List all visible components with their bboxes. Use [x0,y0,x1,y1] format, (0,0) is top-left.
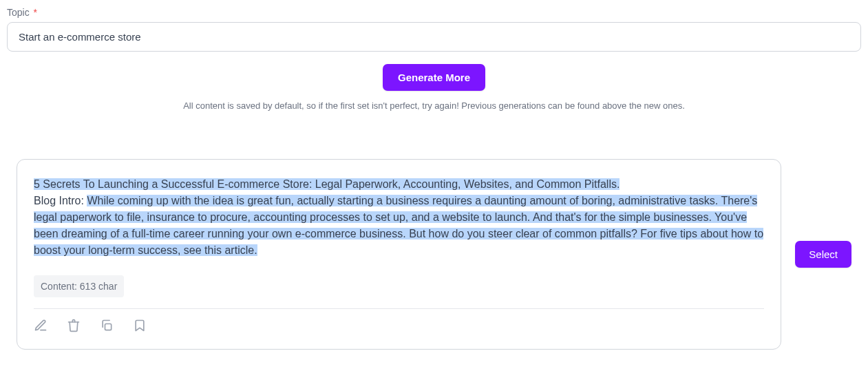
required-asterisk: * [34,7,37,18]
svg-rect-0 [105,324,112,330]
topic-label-text: Topic [7,7,30,18]
result-title: 5 Secrets To Launching a Successful E-co… [34,178,620,190]
select-button[interactable]: Select [795,241,851,268]
result-card: 5 Secrets To Launching a Successful E-co… [17,159,781,350]
topic-label: Topic * [7,7,861,18]
edit-icon[interactable] [34,319,47,332]
result-intro-body: While coming up with the idea is great f… [34,195,763,256]
helper-text: All content is saved by default, so if t… [7,100,861,111]
char-count-badge: Content: 613 char [34,275,124,297]
trash-icon[interactable] [67,319,81,332]
result-content[interactable]: 5 Secrets To Launching a Successful E-co… [34,176,764,259]
result-intro-label: Blog Intro: [34,195,87,206]
generate-more-button[interactable]: Generate More [383,64,485,91]
bookmark-icon[interactable] [133,319,147,332]
card-actions [34,308,764,332]
copy-icon[interactable] [100,319,114,332]
topic-input[interactable] [7,22,861,52]
